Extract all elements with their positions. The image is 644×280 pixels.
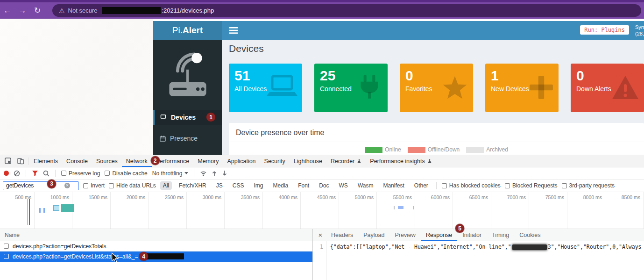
response-body[interactable]: 1 {"data":[["laptop","Net - Huawei","Int… <box>313 241 644 280</box>
devtools-tab-console[interactable]: Console <box>62 155 92 167</box>
filter-chip-media[interactable]: Media <box>270 181 291 190</box>
card-favorites[interactable]: 0 Favorites <box>400 64 473 112</box>
screenshot-root: ← → ↻ ⚠ Not secure :20211/devices.php Pi… <box>0 0 644 280</box>
refresh-button[interactable]: ↻ <box>30 6 45 15</box>
tab-label: Response <box>426 232 452 238</box>
devtools-tab-security[interactable]: Security <box>260 155 290 167</box>
request-checkbox[interactable] <box>4 244 9 249</box>
divider <box>26 170 26 177</box>
sidebar-item-label: Presence <box>170 135 198 142</box>
devtools-tab-network[interactable]: Network 2 <box>122 155 152 167</box>
third-party-requests-group: 3rd-party requests <box>562 182 615 189</box>
filter-chip-ws[interactable]: WS <box>336 181 351 190</box>
filter-chip-all[interactable]: All <box>160 181 172 190</box>
devtools-tab-performance-insights[interactable]: Performance insights <box>366 155 436 167</box>
has-blocked-cookies-checkbox[interactable] <box>442 183 447 188</box>
filter-chip-fetch-xhr[interactable]: Fetch/XHR <box>176 181 209 190</box>
back-button[interactable]: ← <box>0 6 15 15</box>
inspect-element-button[interactable] <box>2 155 14 167</box>
detail-tab-preview[interactable]: Preview <box>389 229 420 241</box>
sidebar-item-presence[interactable]: Presence <box>153 131 222 146</box>
filter-chip-manifest[interactable]: Manifest <box>380 181 407 190</box>
presence-panel: Device presence over time Online Offline… <box>229 123 644 155</box>
response-line: {"data":[["laptop","Net - Huawei","Inter… <box>327 241 644 280</box>
clear-filter-icon[interactable]: × <box>64 183 70 188</box>
redacted-query-value <box>143 253 184 259</box>
waterfall-mark <box>29 199 30 225</box>
address-bar[interactable]: ⚠ Not secure :20211/devices.php <box>52 4 641 17</box>
main-content: Devices 51 All Devices 25 Connected <box>222 40 644 155</box>
tab-label: Memory <box>198 158 219 165</box>
timeline-tick-label: 6500 ms <box>460 194 488 200</box>
blocked-requests-checkbox[interactable] <box>505 183 510 188</box>
filter-toggle-button[interactable] <box>32 170 38 176</box>
device-toolbar-button[interactable] <box>14 155 27 167</box>
detail-tab-cookies[interactable]: Cookies <box>514 229 545 241</box>
request-row-get-devices-totals[interactable]: devices.php?action=getDevicesTotals <box>0 241 312 251</box>
menu-toggle-button[interactable] <box>229 27 238 36</box>
hide-data-urls-checkbox[interactable] <box>109 183 114 188</box>
devtools-tab-elements[interactable]: Elements <box>29 155 62 167</box>
card-connected[interactable]: 25 Connected <box>314 64 388 112</box>
timeline-tick-label: 4500 ms <box>308 194 336 200</box>
filter-chip-doc[interactable]: Doc <box>316 181 332 190</box>
devtools-tab-lighthouse[interactable]: Lighthouse <box>290 155 326 167</box>
invert-checkbox-group: Invert <box>83 182 105 189</box>
disable-cache-checkbox[interactable] <box>105 171 110 176</box>
filter-chip-font[interactable]: Font <box>295 181 312 190</box>
detail-tab-timing[interactable]: Timing <box>487 229 514 241</box>
sidebar-item-devices[interactable]: Devices 1 <box>153 110 222 125</box>
invert-label: Invert <box>91 182 105 189</box>
detail-tab-headers[interactable]: Headers <box>326 229 358 241</box>
devtools-tab-sources[interactable]: Sources <box>92 155 122 167</box>
run-plugins-button[interactable]: Run: Plugins <box>580 25 629 35</box>
throttling-value: No throttling <box>152 170 183 177</box>
disable-cache-checkbox-group: Disable cache <box>105 170 147 177</box>
close-detail-icon[interactable]: × <box>315 229 326 241</box>
third-party-requests-checkbox[interactable] <box>562 183 567 188</box>
network-conditions-button[interactable] <box>200 170 207 176</box>
tab-label: Sources <box>96 158 118 165</box>
export-har-button[interactable] <box>222 170 227 177</box>
detail-tab-payload[interactable]: Payload <box>358 229 389 241</box>
record-button[interactable] <box>4 171 9 176</box>
filter-chip-other[interactable]: Other <box>411 181 431 190</box>
gridline <box>110 192 111 229</box>
filter-chip-wasm[interactable]: Wasm <box>355 181 376 190</box>
requests-name-header[interactable]: Name <box>0 229 312 241</box>
devtools-tab-memory[interactable]: Memory <box>193 155 223 167</box>
card-down-alerts[interactable]: 0 Down Alerts <box>571 64 644 112</box>
search-button[interactable] <box>43 170 50 177</box>
devtools-tab-recorder[interactable]: Recorder <box>326 155 366 167</box>
gridline <box>453 192 453 229</box>
import-har-button[interactable] <box>212 170 217 177</box>
waterfall-mark <box>398 206 403 209</box>
network-overview-timeline[interactable]: 500 ms 1000 ms 1500 ms 2000 ms 2500 ms 3… <box>0 192 644 229</box>
forward-button[interactable]: → <box>15 6 30 15</box>
filter-chip-img[interactable]: Img <box>251 181 266 190</box>
detail-tab-response[interactable]: Response 5 <box>421 229 457 241</box>
app-logo[interactable]: Pi.Alert <box>153 21 222 40</box>
summary-cards: 51 All Devices 25 Connected <box>229 64 644 112</box>
throttling-dropdown[interactable]: No throttling <box>152 170 189 177</box>
tab-label: Performance <box>156 158 190 165</box>
hide-data-urls-checkbox-group: Hide data URLs <box>109 182 156 189</box>
timeline-tick-label: 8000 ms <box>574 194 602 200</box>
gridline <box>300 192 301 229</box>
legend-swatch-archived <box>466 147 484 153</box>
request-row-get-devices-list[interactable]: devices.php?action=getDevicesList&status… <box>0 251 312 262</box>
request-checkbox[interactable] <box>4 254 9 259</box>
request-name: devices.php?action=getDevicesTotals <box>13 243 106 250</box>
app-header: Run: Plugins Sym (28, <box>222 21 644 40</box>
devtools-tab-application[interactable]: Application <box>223 155 260 167</box>
filter-chip-css[interactable]: CSS <box>230 181 247 190</box>
gridline <box>491 192 491 229</box>
filter-input-box: × 3 <box>3 181 79 190</box>
invert-checkbox[interactable] <box>83 183 88 188</box>
card-all-devices[interactable]: 51 All Devices <box>229 64 302 112</box>
card-new-devices[interactable]: 1 New Devices <box>485 64 559 112</box>
filter-chip-js[interactable]: JS <box>213 181 226 190</box>
waterfall-mark <box>39 208 41 213</box>
preserve-log-checkbox[interactable] <box>61 171 66 176</box>
clear-button[interactable] <box>14 170 20 177</box>
